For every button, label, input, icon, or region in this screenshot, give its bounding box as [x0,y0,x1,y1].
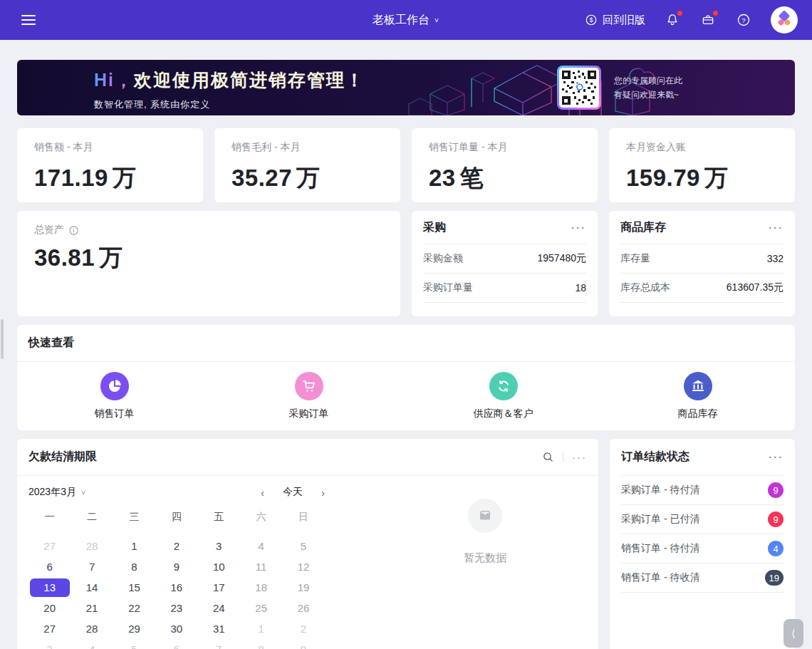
month-selector[interactable]: 2023年3月 ∨ [28,486,86,499]
calendar-day[interactable]: 5 [282,536,324,556]
info-icon[interactable] [68,225,79,236]
calendar-day[interactable]: 29 [113,618,155,639]
calendar-day[interactable]: 1 [113,536,155,556]
calendar-day[interactable]: 10 [198,556,240,577]
status-row-purchase-paid[interactable]: 采购订单 - 已付清 9 [621,505,784,534]
calendar-days: 2728123456789101112131415161718192021222… [28,536,325,649]
calendar-day[interactable]: 22 [113,598,155,618]
calendar-day[interactable]: 31 [198,618,240,639]
weekday-label: 五 [198,507,240,527]
calendar-day[interactable]: 9 [282,639,324,649]
workbench-dot [713,11,718,16]
notifications-button[interactable] [664,11,681,28]
quick-view-card: 快速查看 销售订单 采购订 [17,325,795,430]
quick-item-inventory[interactable]: 商品库存 [600,372,795,420]
calendar: 2023年3月 ∨ ‹ 今天 › 一二三四五六日 272812345678910… [17,476,325,649]
briefcase-icon [701,13,715,27]
calendar-day[interactable]: 6 [155,639,197,649]
calendar-day[interactable]: 2 [155,536,197,556]
calendar-day[interactable]: 3 [28,639,71,649]
calendar-day[interactable]: 1 [240,618,282,639]
calendar-day[interactable]: 17 [198,577,240,598]
svg-text:?: ? [741,16,745,24]
calendar-day[interactable]: 8 [113,556,155,577]
banner-title: Hi，欢迎使用极简进销存管理！ [94,68,365,92]
prev-month-button[interactable]: ‹ [261,487,264,499]
status-row-purchase-unpaid[interactable]: 采购订单 - 待付清 9 [621,476,784,505]
scrollbar-thumb[interactable] [1,319,4,359]
debt-card-title: 欠款结清期限 [28,450,97,464]
calendar-day[interactable]: 3 [198,536,240,556]
today-button[interactable]: 今天 [283,486,303,499]
weekday-label: 一 [28,507,71,527]
search-icon[interactable] [542,451,554,463]
calendar-day[interactable]: 7 [71,556,113,577]
calendar-day[interactable]: 27 [28,536,71,556]
calendar-day[interactable]: 30 [155,618,197,639]
calendar-day[interactable]: 2 [282,618,324,639]
calendar-day[interactable]: 4 [240,536,282,556]
calendar-day[interactable]: 11 [240,556,282,577]
calendar-day[interactable]: 12 [282,556,324,577]
calendar-day[interactable]: 21 [71,598,113,618]
calendar-day[interactable]: 6 [28,556,71,577]
calendar-day[interactable]: 15 [113,577,155,598]
bank-icon [684,372,712,400]
calendar-day[interactable]: 7 [198,639,240,649]
calendar-day[interactable]: 5 [113,639,155,649]
stat-card-order-count[interactable]: 销售订单量 - 本月 23笔 [412,128,598,202]
calendar-day[interactable]: 28 [71,536,113,556]
calendar-day[interactable]: 4 [71,639,113,649]
calendar-day[interactable]: 16 [155,577,197,598]
more-icon[interactable]: ··· [571,222,586,233]
inventory-card: 商品库存 ··· 库存量332 库存总成本613607.35元 [609,211,795,316]
chevron-down-icon: ∨ [434,16,439,24]
stat-card-gross-profit[interactable]: 销售毛利 - 本月 35.27万 [214,128,400,202]
stock-qty-row: 库存量332 [620,244,784,274]
more-icon[interactable]: ··· [572,452,587,462]
status-row-sales-unreceived[interactable]: 销售订单 - 待收清 19 [621,564,784,593]
stat-card-funds-in[interactable]: 本月资金入账 159.79万 [609,128,795,202]
quick-item-sales-orders[interactable]: 销售订单 [17,372,212,420]
calendar-day[interactable]: 18 [240,577,282,598]
stat-label: 销售毛利 - 本月 [231,141,383,154]
stat-value: 171.19万 [34,162,186,194]
more-icon[interactable]: ··· [769,222,784,233]
calendar-day[interactable]: 19 [282,577,324,598]
drawer-collapse-handle[interactable]: ⟨ [784,619,803,648]
next-month-button[interactable]: › [321,487,325,499]
quick-view-title: 快速查看 [17,325,795,362]
workspace-title-dropdown[interactable]: 老板工作台 ∨ [373,13,439,28]
top-navbar: 老板工作台 ∨ $ 回到旧版 [0,0,812,40]
stat-card-sales-amount[interactable]: 销售额 - 本月 171.19万 [17,128,203,202]
avatar[interactable] [771,6,798,33]
status-row-sales-unpaid[interactable]: 销售订单 - 待付清 4 [621,534,784,564]
calendar-day[interactable]: 26 [282,598,324,618]
menu-icon[interactable] [21,12,36,28]
pie-chart-icon [100,372,129,400]
stat-value: 35.27万 [231,162,383,194]
more-icon[interactable]: ··· [769,452,784,462]
calendar-day[interactable]: 24 [198,598,240,618]
weekday-label: 二 [71,507,113,527]
back-to-old-version-button[interactable]: $ 回到旧版 [585,14,645,27]
quick-item-purchase-orders[interactable]: 采购订单 [212,372,406,420]
calendar-day[interactable]: 20 [28,598,71,618]
weekday-label: 日 [282,507,324,527]
help-button[interactable]: ? [735,11,752,28]
calendar-day[interactable]: 14 [71,577,113,598]
calendar-day[interactable]: 27 [28,618,71,639]
total-assets-value: 36.81万 [34,242,383,274]
calendar-day[interactable]: 28 [71,618,113,639]
stat-label: 销售订单量 - 本月 [429,141,581,154]
calendar-day[interactable]: 25 [240,598,282,618]
calendar-day[interactable]: 8 [240,639,282,649]
calendar-day[interactable]: 23 [155,598,197,618]
quick-item-suppliers-customers[interactable]: 供应商＆客户 [406,372,600,420]
welcome-banner: Hi，欢迎使用极简进销存管理！ 数智化管理, 系统由你定义 [17,60,795,115]
weekday-label: 四 [155,507,197,527]
calendar-day[interactable]: 9 [155,556,197,577]
status-badge: 19 [765,570,784,586]
workbench-button[interactable] [699,11,717,28]
calendar-day[interactable]: 13 [28,577,71,598]
